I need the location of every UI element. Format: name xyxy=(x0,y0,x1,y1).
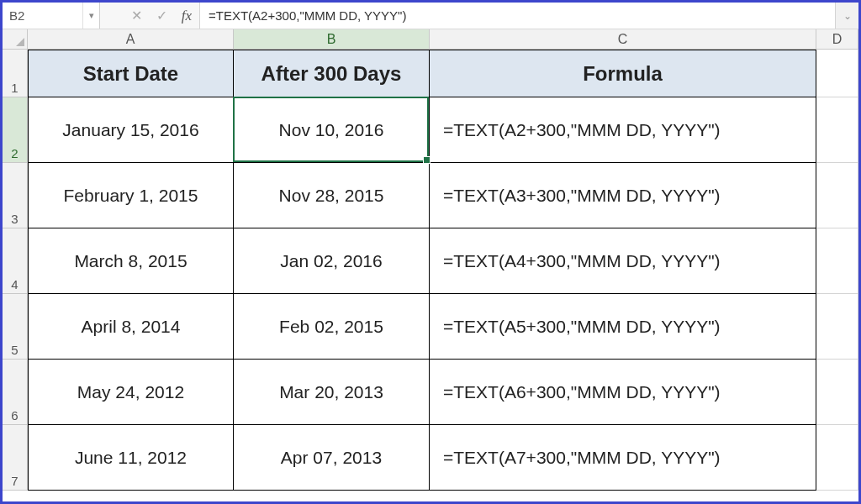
excel-window: B2 ▾ ✕ ✓ fx =TEXT(A2+300,"MMM DD, YYYY")… xyxy=(0,0,861,504)
cell-D5[interactable] xyxy=(816,294,858,360)
table-row: 5April 8, 2014Feb 02, 2015=TEXT(A5+300,"… xyxy=(3,294,858,360)
cell-C2[interactable]: =TEXT(A2+300,"MMM DD, YYYY") xyxy=(430,97,816,163)
formula-input[interactable]: =TEXT(A2+300,"MMM DD, YYYY") xyxy=(199,3,835,29)
row-header[interactable]: 5 xyxy=(3,294,28,360)
table-row: 6May 24, 2012Mar 20, 2013=TEXT(A6+300,"M… xyxy=(3,360,858,425)
cell-B4[interactable]: Jan 02, 2016 xyxy=(234,228,430,294)
enter-icon[interactable]: ✓ xyxy=(149,3,174,29)
col-header-B[interactable]: B xyxy=(234,29,430,49)
grid-body: 1Start DateAfter 300 DaysFormula2January… xyxy=(3,50,858,501)
cell-A2[interactable]: January 15, 2016 xyxy=(28,97,234,163)
header-cell-D[interactable] xyxy=(816,50,858,97)
cell-C7[interactable]: =TEXT(A7+300,"MMM DD, YYYY") xyxy=(430,425,816,491)
row-header[interactable]: 3 xyxy=(3,163,28,228)
name-box-value[interactable]: B2 xyxy=(3,3,82,29)
cell-C6[interactable]: =TEXT(A6+300,"MMM DD, YYYY") xyxy=(430,360,816,425)
row-header[interactable]: 6 xyxy=(3,360,28,425)
cell-D3[interactable] xyxy=(816,163,858,228)
cell-C5[interactable]: =TEXT(A5+300,"MMM DD, YYYY") xyxy=(430,294,816,360)
col-header-D[interactable]: D xyxy=(816,29,858,49)
header-cell-B[interactable]: After 300 Days xyxy=(234,50,430,97)
row-header[interactable]: 7 xyxy=(3,425,28,491)
select-all-corner[interactable] xyxy=(3,29,28,49)
cell-C3[interactable]: =TEXT(A3+300,"MMM DD, YYYY") xyxy=(430,163,816,228)
cell-D7[interactable] xyxy=(816,425,858,491)
col-header-C[interactable]: C xyxy=(430,29,816,49)
name-box-dropdown-icon[interactable]: ▾ xyxy=(82,3,99,29)
cell-B2[interactable]: Nov 10, 2016 xyxy=(234,97,430,163)
header-cell-A[interactable]: Start Date xyxy=(28,50,234,97)
worksheet: A B C D 1Start DateAfter 300 DaysFormula… xyxy=(3,29,858,501)
spacer xyxy=(100,3,124,29)
table-row: 2January 15, 2016Nov 10, 2016=TEXT(A2+30… xyxy=(3,97,858,163)
table-row: 4March 8, 2015Jan 02, 2016=TEXT(A4+300,"… xyxy=(3,228,858,294)
cell-D2[interactable] xyxy=(816,97,858,163)
cell-D4[interactable] xyxy=(816,228,858,294)
formula-bar: B2 ▾ ✕ ✓ fx =TEXT(A2+300,"MMM DD, YYYY")… xyxy=(3,3,858,29)
cell-C4[interactable]: =TEXT(A4+300,"MMM DD, YYYY") xyxy=(430,228,816,294)
column-header-row: A B C D xyxy=(3,29,858,50)
cell-B3[interactable]: Nov 28, 2015 xyxy=(234,163,430,228)
cell-A6[interactable]: May 24, 2012 xyxy=(28,360,234,425)
cell-B6[interactable]: Mar 20, 2013 xyxy=(234,360,430,425)
name-box[interactable]: B2 ▾ xyxy=(3,3,100,29)
cancel-icon[interactable]: ✕ xyxy=(124,3,149,29)
table-row: 1Start DateAfter 300 DaysFormula xyxy=(3,50,858,97)
formula-bar-expand-icon[interactable]: ⌄ xyxy=(835,3,858,29)
row-header[interactable]: 1 xyxy=(3,50,28,97)
fx-icon[interactable]: fx xyxy=(174,3,199,29)
cell-B5[interactable]: Feb 02, 2015 xyxy=(234,294,430,360)
cell-A7[interactable]: June 11, 2012 xyxy=(28,425,234,491)
cell-B7[interactable]: Apr 07, 2013 xyxy=(234,425,430,491)
cell-A3[interactable]: February 1, 2015 xyxy=(28,163,234,228)
table-row: 7June 11, 2012Apr 07, 2013=TEXT(A7+300,"… xyxy=(3,425,858,491)
cell-D6[interactable] xyxy=(816,360,858,425)
table-row: 3February 1, 2015Nov 28, 2015=TEXT(A3+30… xyxy=(3,163,858,228)
header-cell-C[interactable]: Formula xyxy=(430,50,816,97)
row-header[interactable]: 2 xyxy=(3,97,28,163)
row-header[interactable]: 4 xyxy=(3,228,28,294)
cell-A5[interactable]: April 8, 2014 xyxy=(28,294,234,360)
cell-A4[interactable]: March 8, 2015 xyxy=(28,228,234,294)
col-header-A[interactable]: A xyxy=(28,29,234,49)
